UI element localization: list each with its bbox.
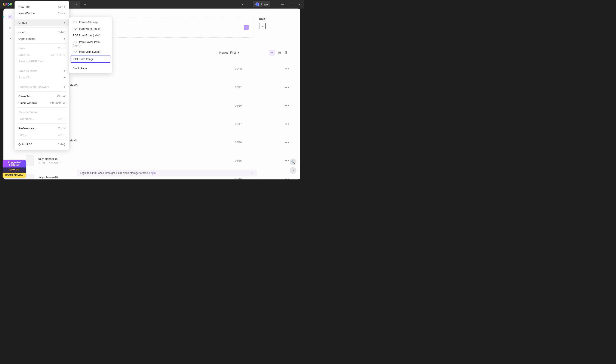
- submenu-item-pdf-from-excel-xlsx-[interactable]: PDF from Excel (.xlsx): [69, 32, 112, 39]
- file-more-button[interactable]: •••: [285, 85, 289, 90]
- create-submenu: PDF from CAJ (.caj)PDF from Word (.docx)…: [69, 17, 112, 73]
- file-more-button[interactable]: •••: [285, 140, 289, 145]
- promo-price: $ 2?.??: [2, 168, 26, 173]
- file-size: 135.53KB: [49, 162, 61, 165]
- login-button[interactable]: 👤 Login: [253, 1, 270, 7]
- menu-item-close-window[interactable]: Close WindowCtrl+Shift+W: [14, 100, 69, 106]
- file-date: 05/16: [235, 141, 242, 144]
- submenu-item-pdf-from-image[interactable]: PDF from Image: [70, 55, 110, 63]
- tab-close-icon[interactable]: ×: [75, 2, 78, 6]
- menu-separator: [17, 123, 67, 124]
- menu-label: Save as Other: [18, 69, 37, 72]
- trash-button[interactable]: 🗑: [283, 50, 289, 55]
- submenu-item-blank-page[interactable]: Blank Page: [69, 65, 112, 72]
- sort-dropdown[interactable]: Newest First ▾: [219, 51, 239, 54]
- menu-item-open-recent[interactable]: Open Recent▶: [14, 36, 69, 42]
- file-more-button[interactable]: •••: [285, 159, 289, 163]
- menu-separator: [17, 43, 67, 44]
- file-info: daliy-planner-02⬡: [38, 176, 58, 180]
- batch-title: Batch: [259, 17, 289, 20]
- open-go-button[interactable]: ›: [244, 25, 249, 30]
- view-toggle: ≡ ⊞: [269, 50, 282, 55]
- menu-item-create[interactable]: Create▶: [14, 19, 69, 26]
- upgrade-promo[interactable]: 9 Upgraded Features $ 2?.?? UPGRADE NOW: [2, 160, 26, 178]
- menu-item-save-as-: Save As...Ctrl+Shift+S: [14, 52, 69, 58]
- menu-item-new-tab[interactable]: New TabCtrl+T: [14, 3, 69, 10]
- file-thumbnail: [26, 174, 34, 180]
- window-close[interactable]: ✕: [297, 2, 302, 7]
- shortcut: Ctrl+O: [58, 31, 66, 34]
- submenu-item-pdf-from-word-docx-[interactable]: PDF from Word (.docx): [69, 26, 112, 32]
- file-date: 05/23: [235, 67, 242, 70]
- chevron-right-icon: ▶: [64, 69, 66, 72]
- star-icon: ☆: [8, 25, 13, 30]
- view-grid-button[interactable]: ⊞: [276, 50, 282, 55]
- shortcut: Ctrl+S: [58, 47, 66, 50]
- shortcut: Ctrl+K: [58, 127, 66, 130]
- divider: [248, 2, 248, 6]
- shortcut: Ctrl+N: [58, 12, 66, 15]
- titlebar-right: ▾ 👤 Login — ❐ ✕: [242, 1, 302, 7]
- menu-item-print-: Print...Ctrl+P: [14, 131, 69, 138]
- view-list-button[interactable]: ≡: [269, 50, 275, 55]
- menu-label: Show in Folder: [18, 111, 38, 114]
- menu-label: Quit UPDF: [18, 143, 32, 146]
- promo-cta: UPGRADE NOW: [2, 173, 26, 178]
- menu-item-export-to: Export To▶: [14, 74, 69, 81]
- promo-top: 9 Upgraded Features: [2, 160, 26, 168]
- shortcut: Ctrl+P: [58, 133, 66, 136]
- menu-item-preferences-[interactable]: Preferences...Ctrl+K: [14, 125, 69, 131]
- menu-item-protect-using-password: Protect Using Password▶: [14, 84, 69, 90]
- menu-item-close-tab[interactable]: Close TabCtrl+W: [14, 93, 69, 100]
- menu-label: Export To: [18, 76, 31, 79]
- submenu-item-pdf-from-visio-vsdx-[interactable]: PDF from Visio (.vsdx): [69, 49, 112, 55]
- help-fab[interactable]: ?: [290, 167, 296, 174]
- file-more-button[interactable]: •••: [285, 122, 289, 127]
- file-more-button[interactable]: •••: [285, 177, 289, 180]
- logo-f: F: [10, 2, 12, 6]
- file-meta: ⬡1/1|135.53KB: [38, 162, 61, 165]
- menu-item-open-[interactable]: Open...Ctrl+O: [14, 29, 69, 36]
- shortcut: Ctrl+Shift+W: [50, 102, 66, 104]
- file-date: 05/16: [235, 178, 242, 180]
- menu-separator: [17, 107, 67, 108]
- sort-label: Newest First: [219, 51, 236, 54]
- file-more-button[interactable]: •••: [285, 67, 289, 71]
- file-date: 05/17: [235, 123, 242, 126]
- menu-item-quit-updf[interactable]: Quit UPDFCtrl+Q: [14, 141, 69, 148]
- window-maximize[interactable]: ❐: [288, 2, 294, 7]
- menu-separator: [17, 140, 67, 140]
- menu-item-save-as-other: Save as Other▶: [14, 67, 69, 74]
- menu-label: Print...: [18, 133, 27, 136]
- login-link[interactable]: Login: [149, 171, 156, 175]
- file-name: daliy-planner-02: [38, 176, 58, 179]
- logo-p: P: [5, 2, 7, 6]
- file-menu: New TabCtrl+TNew WindowCtrl+NCreate▶Open…: [14, 1, 69, 150]
- menu-label: Close Window: [18, 101, 37, 104]
- close-icon[interactable]: ✕: [251, 171, 254, 175]
- shortcut: Ctrl+D: [58, 117, 66, 120]
- batch-combine-button[interactable]: ≣: [259, 23, 266, 29]
- file-date: 05/22: [235, 86, 242, 89]
- window-minimize[interactable]: —: [280, 2, 286, 7]
- search-fab[interactable]: 🔍: [290, 158, 296, 165]
- chevron-down-icon[interactable]: ▾: [242, 3, 243, 6]
- menu-label: Save to UPDF Cloud: [18, 60, 45, 63]
- file-name: daliy-planner-03: [38, 157, 61, 160]
- menu-separator: [17, 66, 67, 66]
- submenu-item-pdf-from-power-point-pptx-[interactable]: PDF from Power Point (.pptx): [69, 39, 112, 49]
- shortcut: Ctrl+W: [57, 95, 66, 98]
- file-more-button[interactable]: •••: [285, 104, 289, 108]
- app-logo: UPDF: [3, 2, 12, 6]
- file-info: daliy-planner-03⬡1/1|135.53KB: [38, 157, 61, 165]
- file-thumbnail: [26, 156, 34, 166]
- tab-add-button[interactable]: ＋: [81, 2, 89, 7]
- avatar-icon: 👤: [255, 2, 259, 6]
- file-row[interactable]: daliy-planner-03⬡1/1|135.53KB05/16•••: [26, 152, 289, 170]
- menu-item-show-in-folder: Show in Folder: [14, 109, 69, 116]
- submenu-item-pdf-from-caj-caj-[interactable]: PDF from CAJ (.caj): [69, 19, 112, 26]
- chevron-right-icon: ▶: [64, 85, 66, 88]
- menu-label: Protect Using Password: [18, 85, 49, 89]
- chevron-right-icon: ▶: [64, 21, 66, 24]
- menu-item-new-window[interactable]: New WindowCtrl+N: [14, 10, 69, 17]
